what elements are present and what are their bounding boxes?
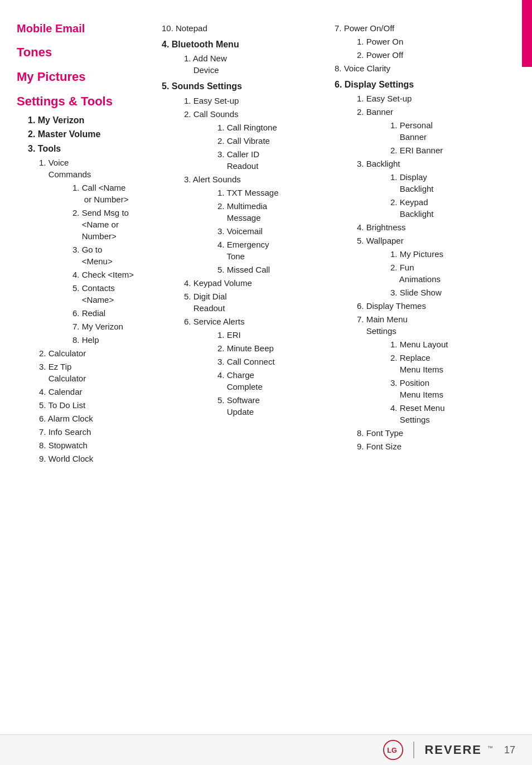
list-item: 2. Multimedia Message bbox=[217, 200, 323, 224]
list-item: 4. Keypad Volume bbox=[184, 277, 323, 289]
list-item: 2. Fun Animations bbox=[390, 262, 515, 285]
list-item: 7. Info Search bbox=[39, 426, 151, 438]
banner-children: 1. Personal Banner 2. ERI Banner bbox=[357, 119, 515, 156]
sounds-children: 1. Easy Set-up 2. Call Sounds 1. Call Ri… bbox=[162, 95, 323, 418]
list-item: 6. Service Alerts bbox=[184, 316, 323, 327]
list-item: 2. Replace Menu Items bbox=[390, 352, 515, 375]
list-item: 3. Slide Show bbox=[390, 287, 515, 298]
list-item: 5. Sounds Settings bbox=[162, 80, 323, 93]
list-item: 1. My Pictures bbox=[390, 248, 515, 260]
list-item: 8. Stopwatch bbox=[39, 439, 151, 451]
svg-text:LG: LG bbox=[388, 747, 398, 754]
list-item: 2. Call Vibrate bbox=[217, 135, 323, 147]
power-children: 1. Power On 2. Power Off bbox=[335, 36, 515, 61]
alert-sounds-children: 1. TXT Message 2. Multimedia Message 3. … bbox=[184, 187, 323, 275]
list-item: 5. Digit Dial Readout bbox=[184, 290, 323, 314]
mobile-email-section: Mobile Email bbox=[17, 22, 151, 35]
list-item: 5. Software Update bbox=[217, 394, 323, 418]
backlight-children: 1. Display Backlight 2. Keypad Backlight bbox=[357, 171, 515, 220]
list-item: 1. TXT Message bbox=[217, 187, 323, 198]
columns: Mobile Email Tones My Pictures Settings … bbox=[17, 22, 515, 475]
list-item: 7. Main Menu Settings bbox=[357, 313, 515, 337]
page-container: Mobile Email Tones My Pictures Settings … bbox=[0, 0, 532, 765]
footer-logo: LG bbox=[383, 740, 403, 760]
list-item: 3. Backlight bbox=[357, 158, 515, 170]
list-item: 2. Keypad Backlight bbox=[390, 196, 515, 220]
list-item: 9. World Clock bbox=[39, 453, 151, 464]
page-number: 17 bbox=[504, 744, 515, 756]
list-item: 2. Banner bbox=[357, 106, 515, 118]
list-item: 1. Voice Commands bbox=[39, 157, 151, 180]
bookmark-tab bbox=[522, 0, 532, 67]
list-item: 1. Menu Layout bbox=[390, 338, 515, 350]
list-item: 10. Notepad bbox=[162, 22, 323, 34]
list-item: 2. Power Off bbox=[357, 49, 515, 61]
my-pictures-section: My Pictures bbox=[17, 70, 151, 84]
list-item: 4. Bluetooth Menu bbox=[162, 38, 323, 51]
list-item: 8. Font Type bbox=[357, 427, 515, 439]
list-item: 2. Calculator bbox=[39, 347, 151, 359]
list-item: 3. Tools bbox=[17, 143, 151, 155]
list-item: 4. Emergency Tone bbox=[217, 239, 323, 262]
list-item: 4. Check <Item> bbox=[72, 269, 151, 280]
sounds-settings-section: 5. Sounds Settings 1. Easy Set-up 2. Cal… bbox=[162, 80, 323, 417]
wallpaper-children: 1. My Pictures 2. Fun Animations 3. Slid… bbox=[357, 248, 515, 298]
list-item: 3. Go to <Menu> bbox=[72, 244, 151, 267]
list-item: 1. Display Backlight bbox=[390, 171, 515, 195]
display-settings-section: 6. Display Settings 1. Easy Set-up 2. Ba… bbox=[335, 79, 515, 452]
list-item: 3. Ez Tip Calculator bbox=[39, 361, 151, 384]
main-menu-children: 1. Menu Layout 2. Replace Menu Items 3. … bbox=[357, 338, 515, 425]
list-item: 1. Easy Set-up bbox=[184, 95, 323, 106]
list-item: 7. My Verizon bbox=[72, 321, 151, 332]
list-item: 6. Alarm Clock bbox=[39, 413, 151, 424]
list-item: 1. ERI bbox=[217, 329, 323, 341]
list-item: 6. Display Themes bbox=[357, 300, 515, 312]
tones-heading: Tones bbox=[17, 45, 151, 60]
col-left: Mobile Email Tones My Pictures Settings … bbox=[17, 22, 162, 475]
list-item: 4. Brightness bbox=[357, 221, 515, 233]
list-item: 4. Reset Menu Settings bbox=[390, 402, 515, 425]
list-item: 1. Power On bbox=[357, 36, 515, 47]
list-item: 3. Call Connect bbox=[217, 356, 323, 367]
list-item: 2. Minute Beep bbox=[217, 342, 323, 354]
list-item: 2. Send Msg to <Name or Number> bbox=[72, 207, 151, 242]
list-item: 2. Call Sounds bbox=[184, 108, 323, 120]
list-item: 1. Easy Set-up bbox=[357, 93, 515, 104]
list-item: 3. Position Menu Items bbox=[390, 377, 515, 400]
list-item: 3. Alert Sounds bbox=[184, 173, 323, 185]
list-item: 4. Calendar bbox=[39, 386, 151, 398]
revere-brand: REVERE bbox=[424, 743, 481, 757]
tools-children: 1. Voice Commands 1. Call <Name or Numbe… bbox=[17, 157, 151, 464]
list-item: 1. My Verizon bbox=[17, 114, 151, 127]
list-item: 8. Help bbox=[72, 334, 151, 346]
settings-tools-heading: Settings & Tools bbox=[17, 94, 151, 109]
list-item: 7. Power On/Off bbox=[335, 22, 515, 34]
list-item: 6. Display Settings bbox=[335, 79, 515, 91]
service-alerts-children: 1. ERI 2. Minute Beep 3. Call Connect 4.… bbox=[184, 329, 323, 418]
list-item: 5. Missed Call bbox=[217, 264, 323, 275]
list-item: 1. Call <Name or Number> bbox=[72, 182, 151, 205]
mobile-email-heading: Mobile Email bbox=[17, 22, 151, 35]
list-item: 1. Add New Device bbox=[184, 52, 323, 76]
lg-logo-icon: LG bbox=[383, 740, 403, 760]
voice-commands-children: 1. Call <Name or Number> 2. Send Msg to … bbox=[39, 182, 151, 346]
bluetooth-children: 1. Add New Device bbox=[162, 52, 323, 76]
col-right: 7. Power On/Off 1. Power On 2. Power Off… bbox=[335, 22, 515, 454]
settings-tools-section: Settings & Tools 1. My Verizon 2. Master… bbox=[17, 94, 151, 464]
list-item: 5. Wallpaper bbox=[357, 235, 515, 246]
list-item: 9. Font Size bbox=[357, 440, 515, 452]
list-item: 5. To Do List bbox=[39, 399, 151, 411]
my-pictures-heading: My Pictures bbox=[17, 70, 151, 84]
col-middle: 10. Notepad 4. Bluetooth Menu 1. Add New… bbox=[162, 22, 335, 419]
display-children: 1. Easy Set-up 2. Banner 1. Personal Ban… bbox=[335, 93, 515, 452]
call-sounds-children: 1. Call Ringtone 2. Call Vibrate 3. Call… bbox=[184, 122, 323, 172]
list-item: 4. Charge Complete bbox=[217, 369, 323, 393]
footer: LG REVERE ™ 17 bbox=[0, 734, 532, 765]
tones-section: Tones bbox=[17, 45, 151, 60]
list-item: 6. Redial bbox=[72, 307, 151, 319]
footer-divider bbox=[413, 742, 414, 758]
list-item: 1. Personal Banner bbox=[390, 119, 515, 143]
list-item: 5. Contacts <Name> bbox=[72, 282, 151, 306]
list-item: 2. Master Volume bbox=[17, 128, 151, 141]
list-item: 3. Voicemail bbox=[217, 225, 323, 237]
